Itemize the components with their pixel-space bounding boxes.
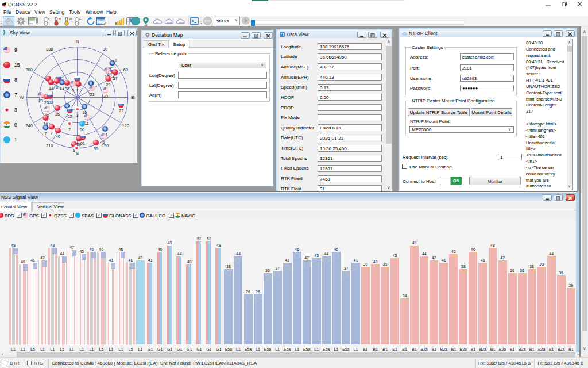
svg-text:8: 8 — [56, 85, 58, 89]
svg-text:64: 64 — [107, 72, 112, 76]
svg-text:0: 0 — [115, 58, 117, 62]
svg-text:38: 38 — [65, 87, 69, 91]
svg-text:N: N — [76, 39, 79, 44]
svg-text:35: 35 — [55, 112, 60, 116]
svg-text:19: 19 — [76, 88, 81, 92]
svg-text:20: 20 — [106, 83, 111, 87]
svg-text:7: 7 — [113, 74, 115, 78]
svg-text:30: 30 — [103, 47, 107, 52]
svg-text:5: 5 — [72, 88, 75, 92]
svg-text:36: 36 — [94, 147, 98, 151]
svg-text:W: W — [69, 17, 72, 21]
svg-text:21: 21 — [90, 93, 95, 97]
svg-text:H: H — [59, 17, 61, 21]
svg-text:7: 7 — [51, 131, 53, 135]
svg-text:50: 50 — [80, 128, 84, 132]
svg-text:W: W — [20, 95, 24, 100]
svg-text:E: E — [131, 95, 134, 100]
svg-text:60: 60 — [123, 67, 128, 72]
svg-text:40: 40 — [56, 135, 60, 139]
svg-text:330: 330 — [46, 47, 53, 52]
svg-text:S: S — [76, 151, 79, 156]
svg-text:29: 29 — [38, 99, 43, 103]
svg-text:01: 01 — [80, 141, 85, 145]
svg-text:serve: serve — [179, 21, 185, 24]
svg-text:F: F — [79, 17, 82, 21]
svg-text:16: 16 — [82, 110, 87, 114]
svg-text:3: 3 — [76, 113, 79, 117]
svg-text:30: 30 — [103, 94, 108, 98]
svg-text:62: 62 — [68, 114, 72, 118]
svg-text:210: 210 — [46, 143, 53, 148]
svg-text:7: 7 — [45, 132, 47, 136]
svg-text:11: 11 — [84, 121, 88, 125]
svg-text:13: 13 — [60, 86, 64, 90]
svg-text:300: 300 — [25, 67, 33, 72]
svg-text:C: C — [48, 17, 51, 21]
svg-text:base: base — [167, 21, 172, 24]
svg-text:13: 13 — [49, 86, 53, 90]
svg-text:240: 240 — [25, 123, 33, 128]
svg-text:6: 6 — [103, 140, 105, 144]
svg-text:rsc: rsc — [156, 21, 158, 24]
svg-text:7: 7 — [68, 128, 71, 132]
svg-text:28: 28 — [48, 100, 52, 104]
svg-text:77: 77 — [119, 109, 123, 113]
svg-text:120: 120 — [122, 123, 129, 128]
